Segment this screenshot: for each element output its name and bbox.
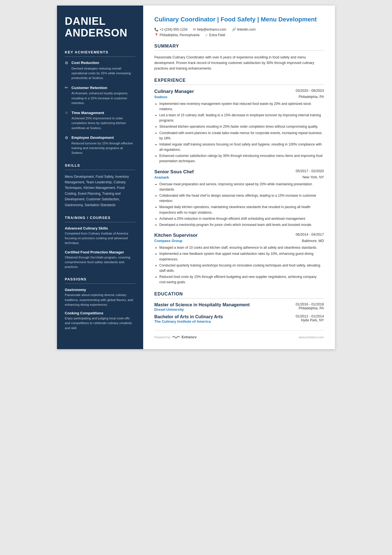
edu-2-right: 01/2012 - 01/2014 Hyde Park, NY [296, 314, 324, 324]
achievement-desc-4: Reduced turnover by 15% through effectiv… [65, 141, 135, 156]
job-3-header: Kitchen Supervisor 06/2014 - 04/2017 [154, 233, 324, 238]
job-3-bullet-2: Implemented a new feedback system that u… [159, 251, 324, 262]
edu-item-1: Master of Science in Hospitality Managem… [154, 302, 324, 312]
achievement-desc-2: At Aramark, enhanced loyalty programs, r… [65, 91, 135, 105]
job-3-company: Compass Group [154, 239, 182, 243]
resume-container: DANIEL ANDERSON KEY ACHIEVEMENTS ⚙ Cost … [57, 6, 335, 349]
job-2-dates: 05/2017 - 02/2020 [296, 169, 324, 173]
contact-phone: 📞 +1-(234)-555-1234 [154, 28, 187, 31]
achievement-title-2: Customer Retention [71, 86, 107, 90]
summary-text: Passionate Culinary Coordinator with ove… [154, 55, 324, 71]
experience-section-title: EXPERIENCE [154, 78, 324, 83]
achievements-title: KEY ACHIEVEMENTS [65, 50, 135, 54]
footer-website: www.enhancv.com [299, 336, 324, 339]
edu-1-school: Drexel University [154, 307, 250, 312]
employee-icon: ⚙ [65, 135, 69, 140]
edu-1-dates: 01/2016 - 01/2018 [296, 302, 324, 306]
footer-left: Powered by Enhancv [154, 335, 197, 339]
achievements-divider [65, 56, 135, 57]
main-headline: Culinary Coordinator | Food Safety | Men… [154, 16, 324, 24]
job-1-bullet-5: Initiated regular staff training session… [159, 142, 324, 152]
edu-2-location: Hyde Park, NY [296, 318, 324, 322]
job-3-bullet-3: Conducted quarterly training workshops f… [159, 263, 324, 273]
passion-desc-1: Passionate about exploring diverse culin… [65, 293, 135, 307]
time-icon: ☆ [65, 110, 69, 115]
retention-icon: ✏ [65, 85, 69, 90]
job-3-sub: Compass Group Baltimore, MD [154, 239, 324, 243]
training-desc-2: Obtained through ServSafe program, cover… [65, 255, 135, 270]
skills-title: SKILLS [65, 163, 135, 167]
job-2-bullet-4: Achieved a 25% reduction in overtime thr… [159, 216, 324, 221]
job-3-title: Kitchen Supervisor [154, 233, 198, 238]
training-title-1: Advanced Culinary Skills [65, 226, 135, 230]
job-1-sub: Sodexo Philadelphia, PA [154, 95, 324, 99]
job-1-header: Culinary Manager 03/2020 - 09/2023 [154, 89, 324, 94]
cost-icon: ⚙ [65, 61, 69, 65]
passion-desc-2: Enjoy participating and judging local co… [65, 316, 135, 330]
job-3-location: Baltimore, MD [302, 239, 324, 243]
education-section-title: EDUCATION [154, 292, 324, 297]
edu-1-left: Master of Science in Hospitality Managem… [154, 302, 250, 312]
candidate-name: DANIEL ANDERSON [65, 16, 135, 39]
extra-icon: ☆ [205, 33, 208, 37]
job-3-bullet-1: Managed a team of 10 cooks and kitchen s… [159, 245, 324, 250]
summary-divider [154, 50, 324, 51]
contact-email: ✉ help@enhancv.com [193, 28, 226, 31]
job-3-bullets: Managed a team of 10 cooks and kitchen s… [159, 245, 324, 285]
passions-divider [65, 283, 135, 284]
achievement-title-1: Cost Reduction [71, 61, 99, 65]
skills-divider [65, 170, 135, 170]
passions-title: PASSIONS [65, 277, 135, 281]
education-divider [154, 298, 324, 299]
training-item-2: Certified Food Protection Manager Obtain… [65, 250, 135, 270]
job-1-bullet-6: Enhanced customer satisfaction ratings b… [159, 153, 324, 164]
job-1-location: Philadelphia, PA [299, 95, 324, 99]
training-desc-1: Completed from Culinary Institute of Ame… [65, 231, 135, 246]
job-1-company: Sodexo [154, 95, 167, 99]
summary-section-title: SUMMARY [154, 44, 324, 49]
contact-linkedin: 🔗 linkedin.com [232, 28, 256, 31]
job-1-bullet-4: Coordinated with event planners to creat… [159, 130, 324, 141]
training-divider [65, 222, 135, 222]
phone-icon: 📞 [154, 28, 158, 31]
linkedin-icon: 🔗 [232, 28, 236, 31]
edu-1-right: 01/2016 - 01/2018 Philadelphia, PA [296, 302, 324, 312]
edu-2-school: The Culinary Institute of America [154, 319, 223, 324]
contact-location: 📍 Philadelphia, Pennsylvania [154, 33, 199, 37]
job-1-bullet-1: Implemented new inventory management sys… [159, 101, 324, 112]
contact-extra: ☆ Extra Field [205, 33, 225, 37]
job-2-bullets: Oversaw meal preparation and service, im… [159, 182, 324, 228]
powered-by-label: Powered by [154, 336, 170, 339]
edu-2-left: Bachelor of Arts in Culinary Arts The Cu… [154, 314, 223, 324]
job-2-bullet-3: Managed daily kitchen operations, mainta… [159, 204, 324, 215]
achievement-employee-development: ⚙ Employee Development Reduced turnover … [65, 135, 135, 156]
job-2-bullet-1: Oversaw meal preparation and service, im… [159, 182, 324, 192]
resume-footer: Powered by Enhancv www.enhancv.com [154, 330, 324, 339]
job-2-sub: Aramark New York, NY [154, 175, 324, 179]
passion-item-2: Cooking Competitions Enjoy participating… [65, 311, 135, 330]
training-title-2: Certified Food Protection Manager [65, 250, 135, 254]
achievement-title-4: Employee Development [71, 135, 114, 140]
edu-1-location: Philadelphia, PA [296, 306, 324, 310]
achievement-cost-reduction: ⚙ Cost Reduction Devised strategies redu… [65, 61, 135, 81]
job-2-location: New York, NY [302, 175, 324, 179]
job-2-title: Senior Sous Chef [154, 169, 194, 175]
edu-2-degree: Bachelor of Arts in Culinary Arts [154, 314, 223, 319]
job-3-bullet-4: Reduced food costs by 15% through effici… [159, 274, 324, 285]
achievement-title-3: Time Management [71, 111, 104, 115]
enhancv-logo-icon [172, 335, 180, 339]
edu-item-2: Bachelor of Arts in Culinary Arts The Cu… [154, 314, 324, 324]
job-1-title: Culinary Manager [154, 89, 194, 94]
skills-text: Menu Development, Food Safety, Inventory… [65, 174, 135, 208]
contact-row-2: 📍 Philadelphia, Pennsylvania ☆ Extra Fie… [154, 33, 324, 37]
job-3-dates: 06/2014 - 04/2017 [296, 233, 324, 236]
contact-row-1: 📞 +1-(234)-555-1234 ✉ help@enhancv.com 🔗… [154, 28, 324, 31]
passion-title-2: Cooking Competitions [65, 311, 135, 315]
job-2-bullet-2: Collaborated with the head chef to desig… [159, 193, 324, 204]
achievement-time-management: ☆ Time Management Achieved 25% improveme… [65, 110, 135, 130]
passion-item-1: Gastronomy Passionate about exploring di… [65, 288, 135, 307]
experience-divider [154, 85, 324, 85]
enhancv-brand-name: Enhancv [182, 335, 197, 339]
passion-title-1: Gastronomy [65, 288, 135, 292]
location-icon: 📍 [154, 33, 158, 37]
